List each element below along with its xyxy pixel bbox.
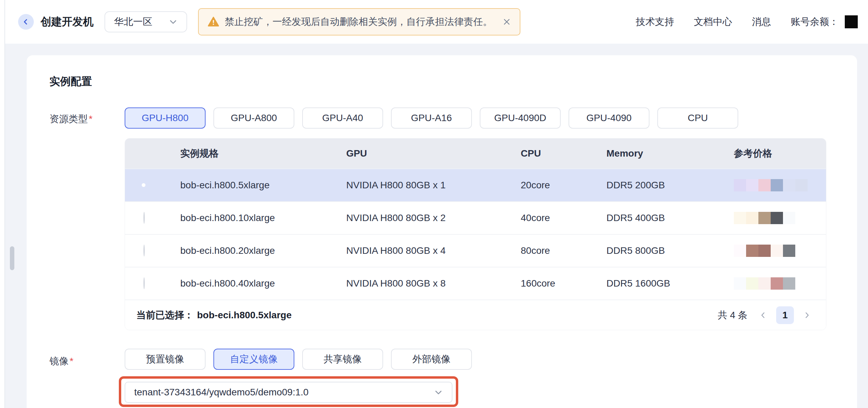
cell-memory: DDR5 1600GB — [606, 278, 734, 289]
image-tabs: 预置镜像 自定义镜像 共享镜像 外部镜像 — [125, 349, 472, 370]
tab-shared-image[interactable]: 共享镜像 — [302, 349, 383, 370]
table-row[interactable]: bob-eci.h800.5xlarge NVIDIA H800 80GB x … — [125, 169, 826, 201]
scrollbar-thumb[interactable] — [10, 246, 14, 270]
warning-close-button[interactable] — [503, 18, 511, 26]
balance-redacted-block — [845, 15, 858, 28]
cell-memory: DDR5 800GB — [606, 245, 734, 256]
price-redacted — [734, 245, 826, 257]
resource-option-gpu-4090[interactable]: GPU-4090 — [569, 107, 649, 129]
table-row[interactable]: bob-eci.h800.10xlarge NVIDIA H800 80GB x… — [125, 201, 826, 234]
link-doc-center[interactable]: 文档中心 — [694, 15, 732, 28]
current-page[interactable]: 1 — [776, 306, 794, 324]
resource-option-gpu-a40[interactable]: GPU-A40 — [302, 107, 383, 129]
cell-spec: bob-eci.h800.10xlarge — [180, 213, 346, 223]
col-price: 参考价格 — [734, 147, 826, 160]
cell-memory: DDR5 200GB — [606, 180, 734, 191]
resource-option-gpu-a16[interactable]: GPU-A16 — [391, 107, 472, 129]
cell-cpu: 80core — [521, 245, 606, 256]
table-row[interactable]: bob-eci.h800.20xlarge NVIDIA H800 80GB x… — [125, 234, 826, 267]
instance-config-card: 实例配置 资源类型* GPU-H800 GPU-A800 GPU-A40 GPU… — [27, 55, 857, 408]
cell-cpu: 40core — [521, 213, 606, 223]
region-selector-value: 华北一区 — [114, 15, 152, 28]
link-tech-support[interactable]: 技术支持 — [636, 15, 674, 28]
resource-type-label: 资源类型* — [50, 113, 93, 126]
selected-value: bob-eci.h800.5xlarge — [197, 310, 292, 321]
custom-image-select-value: tenant-37343164/yqwdemo5/demo09:1.0 — [134, 387, 309, 398]
warning-triangle-icon — [208, 16, 219, 28]
resource-option-cpu[interactable]: CPU — [657, 107, 738, 129]
tab-custom-image[interactable]: 自定义镜像 — [213, 349, 294, 370]
create-devmachine-screen: 创建开发机 华北一区 禁止挖矿，一经发现后自动删除相关实例，自行承担法律责任。 … — [0, 0, 868, 408]
total-count: 共 4 条 — [718, 309, 747, 322]
custom-image-select[interactable]: tenant-37343164/yqwdemo5/demo09:1.0 — [125, 382, 452, 403]
resource-option-gpu-a800[interactable]: GPU-A800 — [213, 107, 294, 129]
red-annotation-highlight: tenant-37343164/yqwdemo5/demo09:1.0 — [119, 376, 458, 407]
cell-cpu: 20core — [521, 180, 606, 191]
cell-gpu: NVIDIA H800 80GB x 8 — [346, 278, 521, 289]
col-cpu: CPU — [521, 148, 606, 159]
cell-spec: bob-eci.h800.5xlarge — [180, 180, 346, 191]
resource-option-gpu-h800[interactable]: GPU-H800 — [125, 107, 206, 129]
price-redacted — [734, 179, 826, 191]
radio-unselected[interactable] — [143, 277, 145, 289]
tab-external-image[interactable]: 外部镜像 — [391, 349, 472, 370]
link-messages[interactable]: 消息 — [752, 15, 771, 28]
spec-table-header: 实例规格 GPU CPU Memory 参考价格 — [125, 139, 826, 169]
resource-option-gpu-4090d[interactable]: GPU-4090D — [480, 107, 561, 129]
cell-spec: bob-eci.h800.20xlarge — [180, 245, 346, 256]
cell-cpu: 160core — [521, 278, 606, 289]
col-memory: Memory — [606, 148, 734, 159]
required-mark: * — [89, 114, 93, 124]
price-redacted — [734, 212, 826, 224]
spec-table-footer: 当前已选择： bob-eci.h800.5xlarge 共 4 条 1 — [125, 300, 826, 330]
cell-gpu: NVIDIA H800 80GB x 2 — [346, 213, 521, 223]
radio-unselected[interactable] — [143, 245, 145, 257]
col-gpu: GPU — [346, 148, 521, 159]
topbar-links: 技术支持 文档中心 消息 账号余额： — [636, 15, 858, 28]
table-row[interactable]: bob-eci.h800.40xlarge NVIDIA H800 80GB x… — [125, 267, 826, 300]
next-page-button[interactable] — [803, 311, 811, 319]
topbar: 创建开发机 华北一区 禁止挖矿，一经发现后自动删除相关实例，自行承担法律责任。 … — [5, 0, 868, 44]
chevron-left-icon — [22, 18, 30, 26]
cell-gpu: NVIDIA H800 80GB x 1 — [346, 180, 521, 191]
region-selector[interactable]: 华北一区 — [104, 11, 187, 32]
spec-table: 实例规格 GPU CPU Memory 参考价格 bob-eci.h800.5x… — [125, 138, 826, 330]
chevron-down-icon — [169, 17, 178, 26]
section-title: 实例配置 — [50, 74, 92, 89]
required-mark: * — [70, 356, 73, 366]
tab-preset-image[interactable]: 预置镜像 — [125, 349, 206, 370]
col-spec: 实例规格 — [180, 147, 346, 160]
prev-page-button[interactable] — [759, 311, 767, 319]
warning-text: 禁止挖矿，一经发现后自动删除相关实例，自行承担法律责任。 — [225, 15, 492, 28]
cell-spec: bob-eci.h800.40xlarge — [180, 278, 346, 289]
cell-memory: DDR5 400GB — [606, 213, 734, 223]
image-label: 镜像* — [50, 355, 73, 368]
price-redacted — [734, 277, 826, 290]
back-button[interactable] — [18, 14, 34, 30]
account-balance-label: 账号余额： — [791, 15, 839, 28]
page-title: 创建开发机 — [41, 15, 94, 29]
account-balance: 账号余额： — [791, 15, 858, 28]
cell-gpu: NVIDIA H800 80GB x 4 — [346, 245, 521, 256]
resource-type-options: GPU-H800 GPU-A800 GPU-A40 GPU-A16 GPU-40… — [125, 107, 738, 129]
pagination: 1 — [759, 306, 811, 324]
warning-banner: 禁止挖矿，一经发现后自动删除相关实例，自行承担法律责任。 — [198, 8, 520, 35]
selected-label: 当前已选择： — [136, 309, 194, 322]
radio-unselected[interactable] — [143, 212, 145, 224]
chevron-down-icon — [434, 388, 443, 397]
